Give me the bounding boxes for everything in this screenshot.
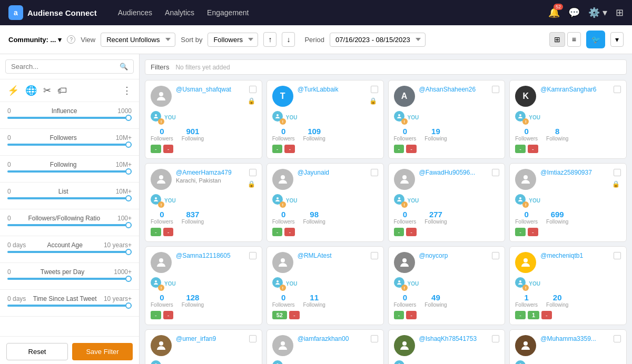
card-username[interactable]: @mecheniqtb1 — [540, 252, 609, 259]
view-select[interactable]: Recent Unfollows — [101, 33, 175, 47]
tweets-per-day-slider[interactable] — [7, 278, 132, 280]
action-num-button[interactable]: 52 — [272, 311, 287, 319]
more-options-icon[interactable]: ⋮ — [122, 85, 132, 96]
avatar — [151, 252, 172, 273]
twitter-icon: 🐦 — [591, 35, 600, 44]
card-checkbox[interactable] — [371, 169, 378, 176]
card-username[interactable]: @Samna12118605 — [176, 252, 245, 259]
brand-logo[interactable]: a Audiense Connect — [8, 5, 97, 20]
action-plus-button[interactable]: - — [394, 228, 404, 236]
card-username[interactable]: @KamranSanghar6 — [540, 86, 609, 93]
nav-audiences[interactable]: Audiences — [118, 8, 152, 17]
card-username[interactable]: @TurkLabbaik — [298, 86, 367, 93]
nav-engagement[interactable]: Engagement — [207, 8, 249, 17]
following-stat: 8 Following — [546, 127, 568, 141]
settings-icon[interactable]: ⚙️ ▾ — [588, 7, 607, 18]
card-stats: 0 Followers 98 Following — [272, 210, 378, 225]
ratio-slider[interactable] — [7, 224, 132, 226]
action-plus-button[interactable]: - — [515, 145, 526, 153]
card-username[interactable]: @RMLAtest — [298, 252, 367, 259]
card-checkbox[interactable] — [249, 335, 256, 342]
action-minus-button[interactable]: - — [528, 228, 538, 236]
sort-desc-button[interactable]: ↓ — [282, 32, 295, 47]
influence-slider[interactable] — [7, 117, 132, 119]
action-plus-button[interactable]: - — [151, 145, 161, 153]
card-username[interactable]: @Usman_shafqwat — [176, 86, 245, 93]
grid-icon[interactable]: ⊞ — [616, 7, 624, 18]
save-filter-button[interactable]: Save Filter — [72, 343, 133, 360]
card-checkbox[interactable] — [614, 169, 621, 176]
card-checkbox[interactable] — [614, 335, 621, 342]
search-input-wrap[interactable]: 🔍 — [5, 59, 134, 74]
filter-icon[interactable]: ⚡ — [7, 85, 19, 96]
action-minus-button[interactable]: - — [163, 228, 174, 236]
action-minus-button[interactable]: - — [515, 311, 526, 319]
followers-slider[interactable] — [7, 144, 132, 146]
card-username[interactable]: @FawadHu90596... — [419, 169, 488, 176]
account-age-slider[interactable] — [7, 251, 132, 253]
last-tweet-slider[interactable] — [7, 305, 132, 307]
card-username[interactable]: @Jayunaid — [298, 169, 367, 176]
action-red-button[interactable]: - — [541, 311, 552, 319]
action-plus-button[interactable]: - — [151, 228, 161, 236]
card-username[interactable]: @iamfarazkhan00 — [298, 335, 367, 342]
card-username[interactable]: @AmeerHamza479 — [176, 169, 245, 176]
card-username[interactable]: @Imtiaz25890937 — [540, 169, 609, 176]
sort-select[interactable]: Followers — [208, 33, 258, 47]
action-minus-button[interactable]: - — [406, 228, 417, 236]
you-badge-row: ! YOU — [151, 277, 256, 290]
card-checkbox[interactable] — [492, 335, 499, 342]
card-checkbox[interactable] — [371, 252, 378, 259]
tag-icon[interactable]: 🏷 — [57, 85, 67, 96]
action-minus-button[interactable]: - — [406, 311, 417, 319]
action-minus-button[interactable]: - — [163, 311, 174, 319]
card-checkbox[interactable] — [614, 86, 621, 93]
info-icon[interactable]: ? — [67, 35, 75, 44]
card-username[interactable]: @Muhamma3359... — [540, 335, 609, 342]
card-username[interactable]: @umer_irfan9 — [176, 335, 245, 342]
card-checkbox[interactable] — [614, 252, 621, 259]
action-plus-button[interactable]: - — [151, 311, 161, 319]
action-plus-button[interactable]: - — [394, 311, 404, 319]
following-slider[interactable] — [7, 170, 132, 173]
action-plus-button[interactable]: - — [272, 145, 283, 153]
messages-icon[interactable]: 💬 — [568, 7, 580, 18]
card-checkbox[interactable] — [371, 335, 378, 342]
action-minus-button[interactable]: - — [289, 311, 300, 319]
card-checkbox[interactable] — [492, 252, 499, 259]
action-minus-button[interactable]: - — [406, 145, 417, 153]
scissors-icon[interactable]: ✂ — [43, 85, 51, 96]
card-username[interactable]: @AhsanShaheen26 — [419, 86, 488, 93]
list-view-button[interactable]: ≡ — [567, 32, 581, 47]
action-num-button[interactable]: 1 — [528, 311, 539, 319]
action-plus-button[interactable]: - — [272, 228, 283, 236]
community-label[interactable]: Community: ... ▾ — [8, 36, 62, 44]
list-slider[interactable] — [7, 197, 132, 199]
action-minus-button[interactable]: - — [528, 145, 538, 153]
card-checkbox[interactable] — [249, 86, 256, 93]
action-plus-button[interactable]: - — [515, 228, 526, 236]
card-username[interactable]: @noycorp — [419, 252, 488, 259]
notifications-icon[interactable]: 🔔 52 — [548, 7, 560, 18]
card-username[interactable]: @IshaqKh78541753 — [419, 335, 488, 342]
reset-button[interactable]: Reset — [6, 343, 68, 360]
action-plus-button[interactable]: - — [394, 145, 404, 153]
twitter-filter-button[interactable]: 🐦 — [586, 31, 605, 48]
card-checkbox[interactable] — [492, 169, 499, 176]
grid-view-button[interactable]: ⊞ — [549, 32, 565, 47]
action-minus-button[interactable]: - — [284, 145, 295, 153]
card-checkbox[interactable] — [492, 86, 499, 93]
you-coin: ! — [401, 201, 408, 208]
sort-asc-button[interactable]: ↑ — [263, 32, 276, 47]
globe-icon[interactable]: 🌐 — [25, 85, 37, 96]
nav-analytics[interactable]: Analytics — [165, 8, 194, 17]
card-checkbox[interactable] — [249, 252, 256, 259]
search-input[interactable] — [11, 63, 116, 70]
action-minus-button[interactable]: - — [163, 145, 174, 153]
action-minus-button[interactable]: - — [284, 228, 295, 236]
card-checkbox[interactable] — [249, 169, 256, 176]
card-checkbox[interactable] — [371, 86, 378, 93]
period-select[interactable]: 07/16/2023 - 08/15/2023 — [330, 33, 426, 47]
export-button[interactable]: ▾ — [610, 32, 624, 47]
you-label: YOU — [286, 281, 298, 287]
